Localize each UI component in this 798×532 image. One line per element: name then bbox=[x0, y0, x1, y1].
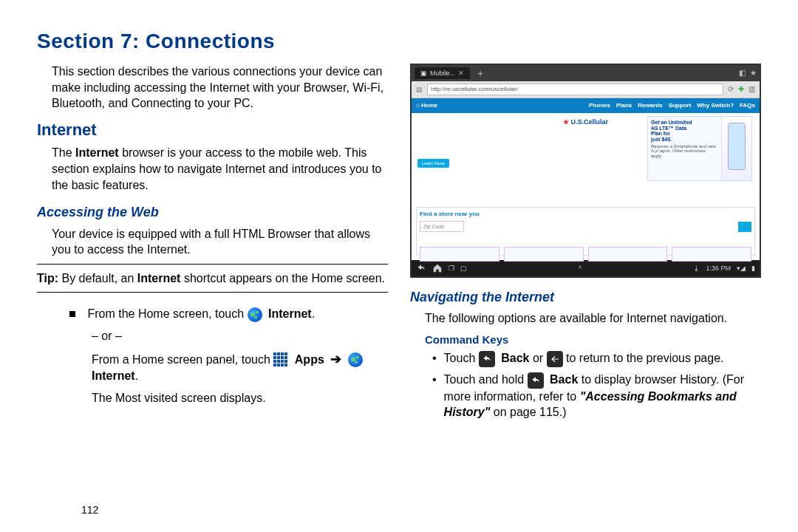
nav-home: ⌂ Home bbox=[416, 102, 437, 110]
favicon-icon: ▣ bbox=[420, 69, 427, 78]
download-icon: ⭳ bbox=[693, 264, 700, 273]
nav-link: Plans bbox=[616, 102, 632, 110]
bookmarks-icon: ▥ bbox=[748, 84, 755, 95]
bullet-icon: • bbox=[432, 350, 437, 366]
text-bold: Apps bbox=[295, 353, 324, 366]
text: From the Home screen, touch bbox=[87, 307, 247, 320]
step-from-home: From the Home screen, touch Internet. bbox=[69, 306, 388, 322]
nav-link: Why Switch? bbox=[697, 102, 734, 110]
heading-navigating: Navigating the Internet bbox=[410, 288, 761, 306]
accessing-paragraph: Your device is equipped with a full HTML… bbox=[52, 226, 388, 258]
internet-paragraph: The Internet browser is your access to t… bbox=[52, 145, 388, 193]
text-bold: Internet bbox=[92, 369, 135, 382]
thumbnail bbox=[420, 247, 499, 262]
zip-input: Zip Code bbox=[420, 221, 464, 232]
bullet-icon: • bbox=[432, 372, 437, 388]
learn-more-button: Learn More bbox=[417, 159, 449, 168]
page-icon: ▤ bbox=[416, 85, 423, 94]
site-nav: ⌂ Home Phones Plans Rewards Support Why … bbox=[412, 98, 760, 113]
home-icon bbox=[432, 263, 443, 273]
recent-icon: ❐ bbox=[449, 264, 454, 273]
apps-grid-icon bbox=[273, 352, 288, 367]
heading-internet: Internet bbox=[37, 119, 388, 141]
heading-command-keys: Command Keys bbox=[425, 332, 761, 347]
nav-link: Rewards bbox=[638, 102, 662, 110]
text-bold: Back bbox=[550, 373, 578, 386]
nav-link: FAQs bbox=[740, 102, 755, 110]
promo-subtext: Requires a Smartphone and new 2-yr agmt.… bbox=[651, 144, 718, 159]
left-column: This section describes the various conne… bbox=[37, 64, 388, 425]
text: Touch bbox=[444, 352, 479, 364]
close-tab-icon: ✕ bbox=[458, 69, 464, 78]
screenshot-icon: ▢ bbox=[460, 264, 467, 273]
back-curve-icon bbox=[479, 351, 495, 367]
phone-image bbox=[721, 117, 751, 180]
right-column: ▣ Mobile... ✕ ＋ ◧ ★ ▤ http://m.uscellula… bbox=[410, 64, 761, 425]
text: The bbox=[52, 146, 75, 159]
url-field: http://m.uscellular.com/uscellular/ bbox=[427, 83, 723, 95]
promo-text: 4G LTE™ Data bbox=[651, 126, 718, 132]
text: By default, an bbox=[58, 272, 137, 284]
page-number: 112 bbox=[81, 504, 98, 516]
tip-note: Tip: By default, an Internet shortcut ap… bbox=[37, 270, 388, 287]
promo-text: Plan for bbox=[651, 131, 718, 137]
text: on page 115.) bbox=[494, 406, 567, 418]
text: Touch and hold bbox=[444, 373, 528, 386]
nav-link: Support bbox=[669, 102, 692, 110]
find-title: Find a store near you bbox=[420, 211, 751, 219]
back-curve-icon bbox=[528, 372, 544, 389]
bookmark-add-icon: ✚ bbox=[738, 84, 744, 95]
section-title: Section 7: Connections bbox=[37, 30, 761, 53]
wifi-icon: ▾◢ bbox=[737, 264, 746, 273]
browser-tab: ▣ Mobile... ✕ bbox=[415, 67, 470, 79]
internet-globe-icon bbox=[348, 352, 363, 367]
thumbnail bbox=[672, 247, 751, 262]
text: shortcut appears on the Home screen. bbox=[180, 272, 385, 284]
text-bold: Back bbox=[501, 352, 529, 364]
new-tab-icon: ＋ bbox=[473, 67, 488, 79]
text: or bbox=[533, 352, 547, 364]
star-icon: ★ bbox=[750, 68, 757, 78]
url-bar: ▤ http://m.uscellular.com/uscellular/ ⟳ … bbox=[412, 81, 760, 98]
text: to return to the previous page. bbox=[566, 352, 723, 364]
separator bbox=[37, 264, 388, 265]
separator bbox=[37, 292, 388, 293]
text: From a Home screen panel, touch bbox=[92, 353, 273, 366]
internet-globe-icon bbox=[248, 307, 262, 322]
page-content: ★ U.S.Cellular Get an Unlimited 4G LTE™ … bbox=[412, 113, 760, 260]
refresh-icon: ⟳ bbox=[728, 84, 734, 95]
browser-screenshot: ▣ Mobile... ✕ ＋ ◧ ★ ▤ http://m.uscellula… bbox=[410, 64, 761, 278]
intro-paragraph: This section describes the various conne… bbox=[52, 64, 388, 112]
text: . bbox=[312, 307, 315, 320]
promo-banner: Get an Unlimited 4G LTE™ Data Plan for j… bbox=[647, 116, 752, 181]
system-bar: ❐ ▢ ＾ ⭳ 1:36 PM ▾◢ ▮ bbox=[412, 260, 760, 276]
caret-up-icon: ＾ bbox=[576, 263, 584, 273]
text-bold: Internet bbox=[268, 307, 312, 320]
promo-text: Get an Unlimited bbox=[651, 120, 718, 126]
step-from-panel: From a Home screen panel, touch Apps ➔ I… bbox=[92, 350, 388, 384]
url-text: http://m.uscellular.com/uscellular/ bbox=[431, 86, 518, 94]
heading-accessing-web: Accessing the Web bbox=[37, 203, 388, 221]
square-bullet-icon bbox=[69, 311, 75, 317]
clock-text: 1:36 PM bbox=[706, 264, 731, 273]
arrow-icon: ➔ bbox=[330, 352, 341, 366]
back-icon bbox=[416, 263, 426, 273]
find-store-box: Find a store near you Zip Code bbox=[416, 207, 755, 256]
bullet-item: • Touch and hold Back to display browser… bbox=[432, 372, 761, 420]
step-result: The Most visited screen displays. bbox=[92, 390, 388, 406]
or-text: – or – bbox=[92, 328, 388, 344]
promo-text: just $40. bbox=[651, 137, 718, 143]
tab-label: Mobile... bbox=[430, 69, 455, 78]
text: . bbox=[135, 369, 138, 382]
tip-label: Tip: bbox=[37, 272, 58, 284]
text-bold: Internet bbox=[137, 272, 181, 284]
window-icon: ◧ bbox=[739, 68, 746, 78]
bullet-item: • Touch Back or to return to the previou… bbox=[432, 350, 761, 367]
battery-icon: ▮ bbox=[751, 264, 755, 273]
nav-link: Phones bbox=[589, 102, 610, 110]
back-arrow-icon bbox=[547, 351, 563, 367]
thumbnail bbox=[504, 247, 584, 262]
navigating-intro: The following options are available for … bbox=[425, 310, 761, 327]
tab-bar: ▣ Mobile... ✕ ＋ ◧ ★ bbox=[412, 65, 760, 81]
go-button bbox=[738, 222, 751, 232]
